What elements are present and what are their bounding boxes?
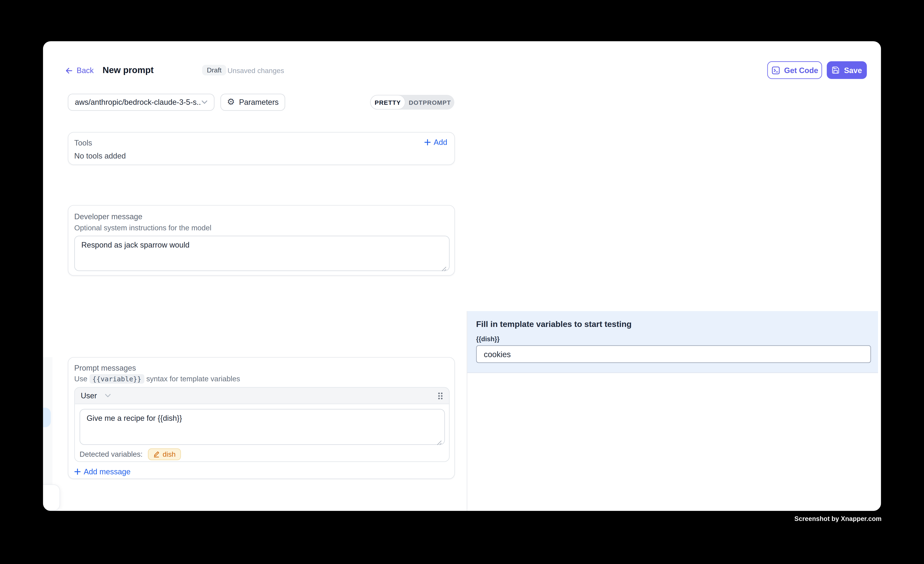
get-code-label: Get Code <box>784 66 818 75</box>
prompt-messages-card: Prompt messages Use {{variable}} syntax … <box>68 357 455 479</box>
model-select[interactable]: aws/anthropic/bedrock-claude-3-5-s... <box>68 94 214 111</box>
chevron-down-icon <box>202 100 207 104</box>
add-tool-button[interactable]: Add <box>424 138 447 147</box>
message-content-textarea[interactable]: Give me a recipe for {{dish}} <box>80 409 445 445</box>
screen: Back New prompt Draft Unsaved changes Ge… <box>0 0 924 564</box>
add-tool-label: Add <box>434 138 447 147</box>
drag-dots-icon <box>437 392 443 400</box>
variables-section-title: Fill in template variables to start test… <box>476 320 632 329</box>
chevron-down-icon <box>105 393 111 398</box>
tools-card: Tools Add No tools added <box>68 132 455 165</box>
role-select-value: User <box>81 391 97 400</box>
toggle-pretty[interactable]: PRETTY <box>370 95 405 110</box>
developer-message-textarea[interactable]: Respond as jack sparrow would <box>74 236 450 271</box>
save-label: Save <box>844 66 862 75</box>
plus-icon <box>424 139 431 146</box>
parameters-button[interactable]: ⚙ Parameters <box>220 94 285 111</box>
syntax-prefix: Use <box>74 375 87 383</box>
arrow-left-icon <box>65 66 73 75</box>
developer-message-card: Developer message Optional system instru… <box>68 205 455 276</box>
drag-handle[interactable] <box>437 392 443 400</box>
background-selected-item <box>43 408 51 427</box>
get-code-button[interactable]: Get Code <box>767 62 822 79</box>
variable-chip-label: dish <box>163 450 176 458</box>
message-header: User <box>75 388 449 404</box>
toggle-dotprompt[interactable]: DOTPROMPT <box>405 99 454 106</box>
page-title: New prompt <box>102 65 153 75</box>
add-message-label: Add message <box>84 467 130 476</box>
terminal-icon <box>771 66 780 75</box>
background-card-corner <box>43 484 60 511</box>
add-message-button[interactable]: Add message <box>74 467 130 476</box>
developer-card-subtitle: Optional system instructions for the mod… <box>74 224 212 232</box>
role-select[interactable]: User <box>81 391 111 400</box>
detected-variables-label: Detected variables: <box>80 450 142 458</box>
unsaved-changes-text: Unsaved changes <box>227 67 284 75</box>
app-window: Back New prompt Draft Unsaved changes Ge… <box>43 41 881 511</box>
model-select-value: aws/anthropic/bedrock-claude-3-5-s... <box>75 98 201 106</box>
pencil-icon <box>153 451 160 458</box>
variables-section: Fill in template variables to start test… <box>467 311 878 373</box>
gear-icon: ⚙ <box>227 98 235 106</box>
messages-card-syntax-hint: Use {{variable}} syntax for template var… <box>74 375 240 383</box>
variable-name-label: {{dish}} <box>476 335 500 342</box>
back-button[interactable]: Back <box>65 66 94 75</box>
developer-card-title: Developer message <box>74 212 142 221</box>
message-block: User Give me a recipe for {{dish}} Detec… <box>74 387 450 462</box>
variable-chip[interactable]: dish <box>148 448 181 460</box>
header: Back New prompt Draft Unsaved changes Ge… <box>43 41 881 85</box>
draft-status-badge: Draft <box>202 65 226 76</box>
parameters-label: Parameters <box>239 98 279 106</box>
back-label: Back <box>76 66 94 75</box>
plus-icon <box>74 468 81 475</box>
view-mode-toggle: PRETTY DOTPROMPT <box>370 95 454 110</box>
tools-card-title: Tools <box>74 138 92 147</box>
tools-empty-text: No tools added <box>74 152 126 160</box>
detected-variables-row: Detected variables: dish <box>80 448 181 460</box>
watermark-text: Screenshot by Xnapper.com <box>794 515 882 522</box>
messages-card-title: Prompt messages <box>74 363 136 372</box>
syntax-suffix: syntax for template variables <box>146 375 240 383</box>
save-button[interactable]: Save <box>827 62 867 79</box>
save-icon <box>832 66 840 74</box>
test-panel: Fill in template variables to start test… <box>466 311 881 511</box>
variable-syntax-code: {{variable}} <box>90 374 144 384</box>
variable-value-input[interactable] <box>476 345 871 363</box>
